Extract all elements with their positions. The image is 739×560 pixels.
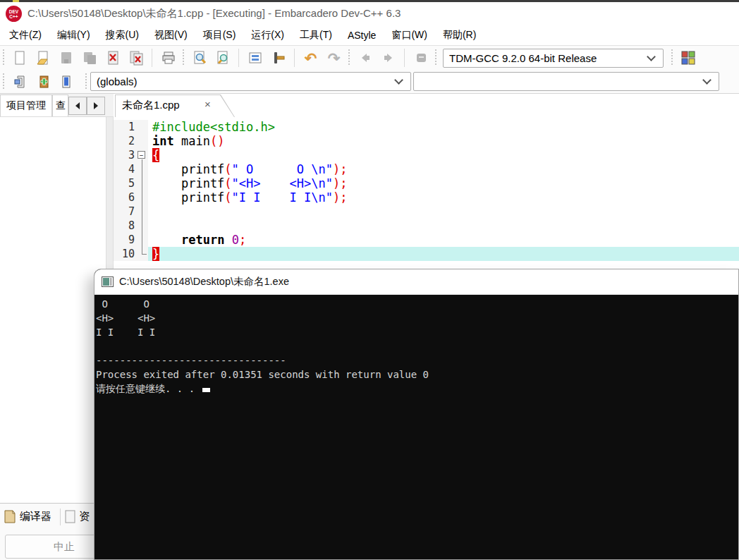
class-browser-value: (globals) bbox=[97, 75, 138, 87]
fold-gutter bbox=[137, 233, 148, 247]
save-all-button[interactable] bbox=[78, 47, 101, 68]
fold-collapse-icon[interactable]: − bbox=[138, 151, 145, 159]
toolbar-grip[interactable] bbox=[182, 49, 185, 66]
toolbar-separator bbox=[238, 49, 239, 67]
find-button[interactable] bbox=[188, 47, 211, 68]
goto-forward-button[interactable] bbox=[377, 47, 400, 68]
line-number: 9 bbox=[114, 233, 137, 247]
compile-button[interactable] bbox=[243, 47, 267, 68]
line-number: 10 bbox=[114, 247, 137, 261]
tab-compiler-label: 编译器 bbox=[20, 510, 51, 523]
console-title-bar[interactable]: C:\Users\50148\Desktop\未命名1.exe bbox=[94, 269, 738, 295]
line-number: 5 bbox=[114, 176, 137, 190]
toolbar-grip[interactable] bbox=[348, 49, 351, 66]
console-body[interactable]: O O<H> <H>I I I I-----------------------… bbox=[94, 295, 738, 559]
fold-gutter bbox=[137, 176, 148, 190]
run-button[interactable] bbox=[267, 47, 290, 68]
open-folder-icon bbox=[35, 50, 51, 66]
open-file-button[interactable] bbox=[31, 47, 54, 68]
debug-button[interactable] bbox=[409, 47, 432, 68]
save-all-icon bbox=[82, 50, 97, 66]
redo-button[interactable]: ↷ bbox=[322, 47, 346, 68]
code-line[interactable]: 6 printf("I I I I\n"); bbox=[114, 190, 739, 205]
menu-item[interactable]: 文件(Z) bbox=[1, 26, 49, 44]
project-toolbar: (globals) bbox=[0, 70, 739, 94]
tab-compiler[interactable]: 编译器 bbox=[2, 506, 57, 528]
devcpp-window: DEV C++ C:\Users\50148\Desktop\未命名1.cpp … bbox=[0, 0, 739, 560]
toolbar-separator bbox=[294, 49, 295, 67]
console-cursor bbox=[202, 388, 210, 392]
menu-item[interactable]: AStyle bbox=[340, 27, 384, 44]
menu-item[interactable]: 视图(V) bbox=[147, 26, 195, 44]
code-line[interactable]: 10} bbox=[114, 247, 739, 261]
menu-item[interactable]: 项目(S) bbox=[195, 26, 244, 44]
forward-arrow-icon bbox=[381, 50, 396, 66]
devcpp-logo-text: C++ bbox=[9, 14, 18, 19]
console-window[interactable]: C:\Users\50148\Desktop\未命名1.exe O O<H> <… bbox=[94, 269, 739, 560]
toolbar-grip[interactable] bbox=[2, 73, 6, 90]
triangle-right-icon bbox=[94, 102, 98, 109]
toolbar-grip[interactable] bbox=[671, 49, 674, 66]
tab-resource[interactable]: 资 bbox=[63, 506, 95, 528]
tab-project-manager-label: 项目管理 bbox=[6, 99, 46, 112]
code-line[interactable]: 1#include<stdio.h> bbox=[114, 120, 739, 134]
toolbar-grip[interactable] bbox=[2, 49, 6, 66]
goto-back-button[interactable] bbox=[353, 47, 377, 68]
tab-scroll-left-button[interactable] bbox=[68, 97, 87, 115]
tab-project-manager[interactable]: 项目管理 bbox=[0, 95, 52, 116]
console-app-icon bbox=[102, 276, 114, 287]
menu-item[interactable]: 编辑(Y) bbox=[49, 26, 98, 44]
fold-gutter[interactable]: − bbox=[137, 148, 148, 162]
code-text: printf("I I I I\n"); bbox=[148, 190, 739, 205]
save-button[interactable] bbox=[54, 47, 78, 68]
compiler-profile-select[interactable]: TDM-GCC 9.2.0 64-bit Release bbox=[443, 49, 664, 68]
fold-gutter bbox=[137, 247, 148, 261]
fold-gutter bbox=[137, 219, 148, 233]
member-browser-select[interactable] bbox=[413, 72, 719, 91]
tab-scroll-right-button[interactable] bbox=[87, 97, 105, 115]
menu-item[interactable]: 运行(X) bbox=[243, 26, 292, 44]
code-line[interactable]: 9 return 0; bbox=[114, 233, 739, 247]
menu-item[interactable]: 搜索(U) bbox=[98, 26, 147, 44]
chevron-down-icon bbox=[647, 52, 656, 61]
toolbar-grip[interactable] bbox=[434, 49, 438, 66]
code-line[interactable]: 3−{ bbox=[114, 148, 739, 162]
new-project-button[interactable] bbox=[8, 71, 31, 92]
code-line[interactable]: 2int main() bbox=[114, 134, 739, 148]
undo-button[interactable]: ↶ bbox=[299, 47, 322, 68]
code-line[interactable]: 4 printf(" O O \n"); bbox=[114, 162, 739, 176]
code-text: #include<stdio.h> bbox=[148, 120, 739, 134]
remove-from-project-button[interactable] bbox=[54, 71, 78, 92]
redo-icon: ↷ bbox=[328, 51, 341, 66]
toolbar-grip[interactable] bbox=[85, 73, 88, 90]
new-file-button[interactable] bbox=[8, 47, 31, 68]
line-number: 6 bbox=[114, 190, 137, 205]
close-file-button[interactable] bbox=[101, 47, 124, 68]
menu-item[interactable]: 帮助(R) bbox=[435, 26, 484, 44]
code-line[interactable]: 8 bbox=[114, 219, 739, 233]
close-tab-icon[interactable]: × bbox=[204, 98, 211, 110]
menu-item[interactable]: 工具(T) bbox=[292, 26, 340, 44]
compiler-options-button[interactable] bbox=[676, 47, 700, 68]
fold-gutter bbox=[137, 162, 148, 176]
chevron-down-icon bbox=[394, 75, 403, 85]
close-all-button[interactable] bbox=[124, 47, 147, 68]
tab-viewer[interactable]: 查 bbox=[52, 95, 68, 116]
code-line[interactable]: 5 printf("<H> <H>\n"); bbox=[114, 176, 739, 190]
save-icon bbox=[59, 50, 74, 66]
print-button[interactable] bbox=[157, 47, 180, 68]
class-browser-select[interactable]: (globals) bbox=[90, 72, 411, 91]
menu-item[interactable]: 窗口(W) bbox=[384, 26, 435, 44]
editor-tab[interactable]: 未命名1.cpp × bbox=[115, 95, 235, 117]
triangle-left-icon bbox=[75, 102, 80, 109]
code-line[interactable]: 7 bbox=[114, 205, 739, 219]
line-number: 3 bbox=[114, 148, 137, 162]
replace-button[interactable] bbox=[211, 47, 234, 68]
add-to-project-button[interactable] bbox=[31, 71, 54, 92]
toolbar-separator bbox=[152, 49, 152, 67]
compile-icon bbox=[248, 50, 263, 66]
back-arrow-icon bbox=[358, 50, 373, 66]
code-text: int main() bbox=[148, 134, 739, 148]
console-line: O O bbox=[96, 297, 738, 311]
devcpp-logo-icon: DEV C++ bbox=[6, 6, 22, 22]
